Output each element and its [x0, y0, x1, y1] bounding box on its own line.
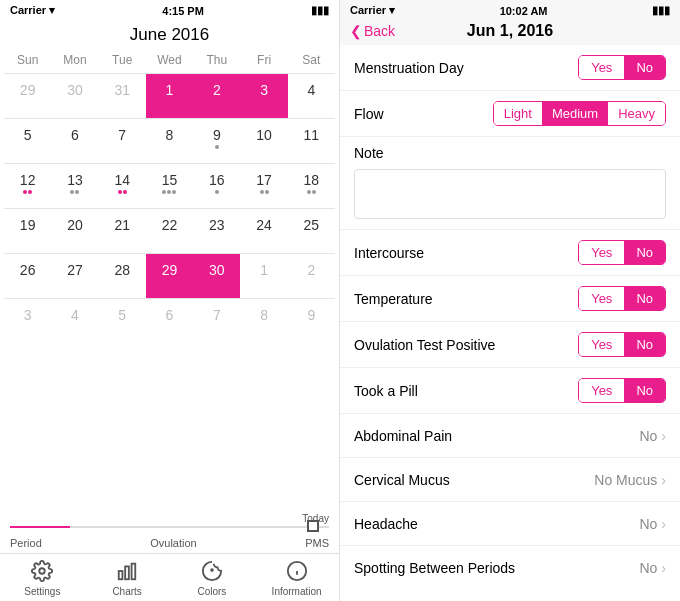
tab-information[interactable]: Information	[254, 560, 339, 597]
day-cell[interactable]: 3	[240, 74, 287, 118]
detail-row-intercourse: IntercourseYesNo	[340, 230, 680, 276]
dot	[162, 190, 166, 194]
toggle-btn-no[interactable]: No	[624, 241, 665, 264]
toggle-btn-yes[interactable]: Yes	[579, 241, 624, 264]
toggle-btn-no[interactable]: No	[624, 56, 665, 79]
svg-rect-3	[132, 564, 136, 580]
dot-row	[215, 190, 219, 194]
day-cell[interactable]: 2	[288, 254, 335, 298]
detail-row-abdominal-pain[interactable]: Abdominal PainNo›	[340, 414, 680, 458]
day-cell[interactable]: 1	[240, 254, 287, 298]
chevron-right-icon: ›	[661, 560, 666, 576]
day-cell[interactable]: 22	[146, 209, 193, 253]
detail-row-cervical-mucus[interactable]: Cervical MucusNo Mucus›	[340, 458, 680, 502]
toggle-btn-yes[interactable]: Yes	[579, 333, 624, 356]
chevron-left-icon: ❮	[350, 23, 362, 39]
day-cell[interactable]: 2	[193, 74, 240, 118]
day-cell[interactable]: 28	[99, 254, 146, 298]
day-cell[interactable]: 9	[288, 299, 335, 343]
day-cell[interactable]: 20	[51, 209, 98, 253]
flow-btn-heavy[interactable]: Heavy	[608, 102, 665, 125]
dot	[172, 190, 176, 194]
day-cell[interactable]: 7	[193, 299, 240, 343]
day-cell[interactable]: 13	[51, 164, 98, 208]
day-cell[interactable]: 21	[99, 209, 146, 253]
day-cell[interactable]: 6	[51, 119, 98, 163]
toggle-btn-no[interactable]: No	[624, 379, 665, 402]
note-input[interactable]	[354, 169, 666, 219]
day-cell[interactable]: 29	[146, 254, 193, 298]
day-cell[interactable]: 29	[4, 74, 51, 118]
row-value: No	[639, 428, 657, 444]
toggle-btn-yes[interactable]: Yes	[579, 287, 624, 310]
right-panel: Carrier ▾ 10:02 AM ▮▮▮ ❮ Back Jun 1, 201…	[340, 0, 680, 601]
tab-label: Information	[272, 586, 322, 597]
detail-row-headache[interactable]: HeadacheNo›	[340, 502, 680, 546]
day-cell[interactable]: 9	[193, 119, 240, 163]
day-cell[interactable]: 15	[146, 164, 193, 208]
toggle-group: YesNo	[578, 55, 666, 80]
chevron-right-icon: ›	[661, 472, 666, 488]
day-cell[interactable]: 3	[4, 299, 51, 343]
week-row: 3456789	[4, 298, 335, 343]
day-number: 21	[114, 217, 130, 233]
toggle-btn-no[interactable]: No	[624, 333, 665, 356]
day-cell[interactable]: 8	[240, 299, 287, 343]
tab-label: Charts	[112, 586, 141, 597]
day-cell[interactable]: 1	[146, 74, 193, 118]
dot	[28, 190, 32, 194]
day-cell[interactable]: 18	[288, 164, 335, 208]
day-cell[interactable]: 5	[4, 119, 51, 163]
day-cell[interactable]: 14	[99, 164, 146, 208]
tab-charts[interactable]: Charts	[85, 560, 170, 597]
row-label: Spotting Between Periods	[354, 560, 639, 576]
detail-row-spotting-between-periods[interactable]: Spotting Between PeriodsNo›	[340, 546, 680, 590]
day-cell[interactable]: 30	[193, 254, 240, 298]
day-cell[interactable]: 11	[288, 119, 335, 163]
dot-row	[215, 145, 219, 149]
tab-settings[interactable]: Settings	[0, 560, 85, 597]
day-cell[interactable]: 4	[51, 299, 98, 343]
day-cell[interactable]: 30	[51, 74, 98, 118]
detail-row-temperature: TemperatureYesNo	[340, 276, 680, 322]
day-cell[interactable]: 17	[240, 164, 287, 208]
day-header-sat: Sat	[288, 51, 335, 69]
toggle-btn-no[interactable]: No	[624, 287, 665, 310]
day-number: 27	[67, 262, 83, 278]
day-cell[interactable]: 24	[240, 209, 287, 253]
day-number: 11	[304, 127, 320, 143]
day-cell[interactable]: 6	[146, 299, 193, 343]
day-cell[interactable]: 12	[4, 164, 51, 208]
flow-btn-medium[interactable]: Medium	[542, 102, 608, 125]
dot	[312, 190, 316, 194]
day-cell[interactable]: 7	[99, 119, 146, 163]
flow-btn-light[interactable]: Light	[494, 102, 542, 125]
left-battery: ▮▮▮	[311, 4, 329, 17]
day-cell[interactable]: 27	[51, 254, 98, 298]
right-status-bar: Carrier ▾ 10:02 AM ▮▮▮	[340, 0, 680, 21]
day-number: 1	[166, 82, 174, 98]
dot	[167, 190, 171, 194]
day-cell[interactable]: 16	[193, 164, 240, 208]
day-cell[interactable]: 23	[193, 209, 240, 253]
legend-area: Today Period Ovulation PMS	[0, 511, 339, 553]
legend-period: Period	[10, 537, 42, 549]
day-cell[interactable]: 8	[146, 119, 193, 163]
day-header-wed: Wed	[146, 51, 193, 69]
bottom-tabs: SettingsChartsColorsInformation	[0, 553, 339, 601]
day-cell[interactable]: 25	[288, 209, 335, 253]
dot	[307, 190, 311, 194]
tab-colors[interactable]: Colors	[170, 560, 255, 597]
day-cell[interactable]: 5	[99, 299, 146, 343]
colors-icon	[201, 560, 223, 584]
toggle-btn-yes[interactable]: Yes	[579, 56, 624, 79]
day-cell[interactable]: 31	[99, 74, 146, 118]
day-cell[interactable]: 26	[4, 254, 51, 298]
day-cell[interactable]: 4	[288, 74, 335, 118]
row-label: Cervical Mucus	[354, 472, 594, 488]
day-cell[interactable]: 10	[240, 119, 287, 163]
back-button[interactable]: ❮ Back	[350, 23, 395, 39]
day-header-sun: Sun	[4, 51, 51, 69]
toggle-btn-yes[interactable]: Yes	[579, 379, 624, 402]
day-cell[interactable]: 19	[4, 209, 51, 253]
